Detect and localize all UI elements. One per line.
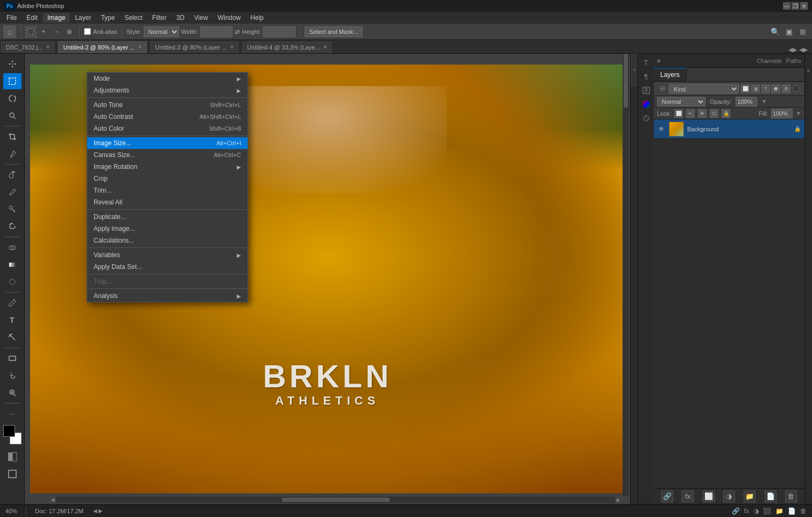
- color-boxes[interactable]: [3, 425, 22, 444]
- anti-alias-checkbox[interactable]: [84, 28, 91, 35]
- tool-pen[interactable]: [3, 295, 22, 311]
- menu-item-crop[interactable]: Crop: [87, 173, 248, 185]
- filter-smart-icon[interactable]: ⚙: [782, 84, 790, 93]
- strip-btn-properties[interactable]: [640, 84, 653, 97]
- layers-panel-expand-icon[interactable]: ≡: [657, 58, 660, 64]
- menu-item-adjustments[interactable]: Adjustments ▶: [87, 84, 248, 96]
- tab-2-close[interactable]: ✕: [230, 44, 234, 50]
- tool-selection[interactable]: [3, 73, 22, 89]
- strip-btn-t[interactable]: T: [640, 56, 653, 69]
- strip-btn-adjustments[interactable]: [640, 112, 653, 125]
- collapse-right-btn[interactable]: »: [631, 54, 638, 86]
- layer-new-btn[interactable]: 📄: [765, 491, 776, 502]
- tool-brush[interactable]: [3, 184, 22, 200]
- menu-item-trim[interactable]: Trim...: [87, 185, 248, 196]
- status-new-icon[interactable]: 📄: [788, 507, 796, 515]
- tabs-collapse-right[interactable]: ◀▶: [799, 46, 808, 53]
- menu-item-reveal-all[interactable]: Reveal All: [87, 196, 248, 208]
- tab-2[interactable]: Untitled-3 @ 80% (Layer ... ✕: [149, 40, 240, 53]
- tool-lasso[interactable]: [3, 90, 22, 107]
- strip-btn-paragraph[interactable]: ¶: [640, 70, 653, 83]
- tool-shape[interactable]: [3, 350, 22, 366]
- layer-item-background[interactable]: 👁 Background 🔒: [654, 119, 804, 139]
- filter-toggle[interactable]: [793, 85, 800, 93]
- filter-type-icon[interactable]: T: [761, 84, 770, 93]
- status-link-icon[interactable]: 🔗: [732, 507, 740, 515]
- menu-type[interactable]: Type: [96, 13, 119, 23]
- tabs-collapse-left[interactable]: ◀▶: [788, 46, 797, 53]
- select-mask-button[interactable]: Select and Mask...: [305, 26, 363, 37]
- tab-1-close[interactable]: ✕: [138, 44, 142, 50]
- status-mask-icon[interactable]: ◑: [753, 507, 759, 515]
- tool-gradient[interactable]: [3, 257, 22, 273]
- menu-3d[interactable]: 3D: [172, 13, 188, 23]
- tool-screen-mode[interactable]: [3, 466, 22, 482]
- lock-transparent-icon[interactable]: ⬜: [674, 109, 683, 118]
- status-3d-icon[interactable]: ⬛: [763, 507, 771, 515]
- tool-clone[interactable]: [3, 201, 22, 217]
- menu-item-calculations[interactable]: Calculations...: [87, 235, 248, 246]
- tool-quick-select[interactable]: [3, 108, 22, 124]
- menu-item-auto-contrast[interactable]: Auto Contrast Alt+Shift+Ctrl+L: [87, 111, 248, 123]
- menu-help[interactable]: Help: [246, 13, 268, 23]
- horizontal-scrollbar[interactable]: [50, 497, 622, 503]
- layer-fx-btn[interactable]: fx: [682, 491, 694, 502]
- tool-eraser[interactable]: [3, 239, 22, 256]
- tab-0[interactable]: DSC_7632.j... ✕: [0, 40, 56, 53]
- scroll-left-btn[interactable]: ◀: [50, 497, 56, 503]
- close-button[interactable]: ✕: [800, 2, 808, 10]
- lock-artboard-icon[interactable]: ⊡: [710, 109, 718, 118]
- tool-eyedropper[interactable]: [3, 146, 22, 162]
- lock-position-icon[interactable]: ✥: [698, 109, 707, 118]
- menu-select[interactable]: Select: [120, 13, 146, 23]
- preview-icon[interactable]: ▣: [783, 26, 795, 38]
- fill-input[interactable]: [771, 109, 793, 118]
- status-next-btn[interactable]: ▶: [98, 508, 103, 514]
- opacity-input[interactable]: [736, 97, 757, 107]
- tab-3-close[interactable]: ✕: [323, 44, 327, 50]
- layer-adjustment-btn[interactable]: ◑: [723, 491, 735, 502]
- tool-blur[interactable]: [3, 274, 22, 290]
- home-button[interactable]: ⌂: [3, 25, 16, 38]
- search-icon[interactable]: 🔍: [769, 26, 781, 38]
- tool-more[interactable]: ···: [3, 406, 22, 422]
- menu-item-auto-tone[interactable]: Auto Tone Shift+Ctrl+L: [87, 99, 248, 111]
- menu-item-apply-image[interactable]: Apply Image...: [87, 223, 248, 235]
- menu-item-auto-color[interactable]: Auto Color Shift+Ctrl+B: [87, 123, 248, 134]
- menu-window[interactable]: Window: [214, 13, 245, 23]
- menu-item-apply-data-set[interactable]: Apply Data Set...: [87, 261, 248, 273]
- tab-0-close[interactable]: ✕: [46, 44, 50, 50]
- height-input[interactable]: [263, 26, 295, 37]
- paths-label[interactable]: Paths: [786, 58, 801, 64]
- foreground-color[interactable]: [3, 425, 15, 437]
- menu-item-variables[interactable]: Variables ▶: [87, 249, 248, 261]
- lock-image-icon[interactable]: ✏: [686, 109, 695, 118]
- menu-item-mode[interactable]: Mode ▶: [87, 73, 248, 84]
- tab-1[interactable]: Untitled-2 @ 80% (Layer ... ✕: [57, 40, 148, 53]
- layer-mask-btn[interactable]: ⬜: [703, 491, 715, 502]
- far-right-collapse-btn[interactable]: »: [806, 55, 811, 87]
- menu-item-duplicate[interactable]: Duplicate...: [87, 211, 248, 223]
- width-input[interactable]: [200, 26, 232, 37]
- channels-label[interactable]: Channels: [757, 58, 781, 64]
- tool-text[interactable]: T: [3, 312, 22, 328]
- minimize-button[interactable]: —: [783, 2, 790, 10]
- layer-filter-dropdown[interactable]: Kind: [669, 84, 739, 94]
- menu-image[interactable]: Image: [43, 13, 69, 23]
- layer-visibility-eye[interactable]: 👁: [657, 125, 666, 133]
- status-delete-icon[interactable]: 🗑: [800, 507, 807, 515]
- menu-item-image-rotation[interactable]: Image Rotation ▶: [87, 161, 248, 173]
- tool-quick-mask[interactable]: [3, 449, 22, 465]
- lock-all-icon[interactable]: 🔒: [722, 109, 730, 118]
- blend-mode-dropdown[interactable]: Normal: [657, 97, 705, 107]
- menu-edit[interactable]: Edit: [22, 13, 42, 23]
- layers-tab[interactable]: Layers: [654, 68, 687, 81]
- vertical-scrollbar[interactable]: [623, 54, 629, 495]
- layer-delete-btn[interactable]: 🗑: [785, 491, 797, 502]
- style-dropdown[interactable]: Normal: [144, 26, 179, 37]
- menu-view[interactable]: View: [190, 13, 213, 23]
- tool-path-select[interactable]: [3, 329, 22, 345]
- tool-hand[interactable]: [3, 367, 22, 384]
- layer-link-btn[interactable]: 🔗: [661, 491, 673, 502]
- scrollbar-thumb-h[interactable]: [282, 498, 390, 502]
